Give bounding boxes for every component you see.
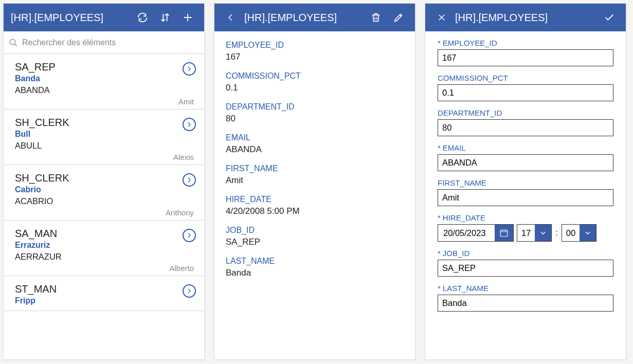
edit-field: FIRST_NAME	[438, 178, 613, 206]
sort-icon	[159, 12, 171, 23]
list-item-open-button[interactable]	[183, 229, 196, 242]
list-item-open-button[interactable]	[183, 118, 196, 131]
list-item-open-button[interactable]	[183, 173, 196, 187]
detail-field: EMAILABANDA	[226, 133, 404, 155]
edit-title: [HR].[EMPLOYEES]	[455, 12, 596, 24]
detail-field-value: 167	[226, 52, 404, 62]
edit-input[interactable]	[438, 260, 613, 277]
list-panel: [HR].[EMPLOYEES] SA_REPBandaABANDAAmitSH…	[3, 3, 205, 360]
calendar-button[interactable]	[495, 225, 513, 241]
close-icon	[437, 13, 446, 22]
chevron-right-icon	[186, 121, 192, 128]
detail-field-label: EMPLOYEE_ID	[226, 41, 404, 50]
chevron-right-icon	[186, 232, 192, 239]
edit-panel: [HR].[EMPLOYEES] *EMPLOYEE_IDCOMMISSION_…	[425, 3, 626, 360]
edit-field-label: DEPARTMENT_ID	[438, 108, 613, 117]
delete-button[interactable]	[367, 8, 385, 27]
search-icon	[9, 38, 18, 47]
list-item[interactable]: SH_CLERKCabrioACABRIOAnthony	[4, 165, 204, 221]
detail-field-value: 4/20/2008 5:00 PM	[226, 206, 404, 216]
edit-button[interactable]	[389, 8, 408, 27]
edit-field-label: FIRST_NAME	[438, 178, 613, 187]
detail-field-value: 0.1	[226, 83, 404, 93]
date-value: 20/05/2023	[438, 228, 495, 238]
detail-header: [HR].[EMPLOYEES]	[214, 4, 415, 31]
minute-select[interactable]: 00	[562, 224, 596, 242]
detail-field-value: 80	[226, 114, 404, 124]
list-item[interactable]: SA_MANErrazurizAERRAZURAlberto	[4, 221, 204, 276]
detail-field-label: FIRST_NAME	[226, 164, 404, 173]
detail-title: [HR].[EMPLOYEES]	[244, 12, 363, 24]
list-item-firstname: Anthony	[15, 208, 195, 217]
detail-field: COMMISSION_PCT0.1	[226, 71, 404, 93]
chevron-right-icon	[186, 288, 192, 294]
detail-field-label: DEPARTMENT_ID	[226, 102, 404, 112]
plus-icon	[182, 12, 193, 23]
list-item-job: SH_CLERK	[15, 172, 195, 184]
edit-header: [HR].[EMPLOYEES]	[425, 4, 626, 31]
edit-field-label: *JOB_ID	[438, 249, 613, 258]
cancel-button[interactable]	[432, 8, 451, 27]
svg-point-0	[10, 39, 15, 45]
minute-value: 00	[562, 228, 580, 238]
date-input[interactable]: 20/05/2023	[438, 224, 514, 242]
list-item-open-button[interactable]	[183, 62, 196, 76]
list-item-job: SH_CLERK	[15, 117, 195, 129]
hour-select[interactable]: 17	[517, 224, 552, 242]
edit-input[interactable]	[438, 154, 613, 171]
pencil-icon	[393, 12, 404, 23]
chevron-right-icon	[186, 66, 192, 72]
detail-field-value: Amit	[226, 175, 404, 186]
list-item-email: ACABRIO	[15, 196, 195, 206]
sort-button[interactable]	[156, 8, 174, 27]
detail-field-value: SA_REP	[226, 237, 404, 247]
hour-caret[interactable]	[535, 225, 551, 241]
edit-field: *HIRE_DATE20/05/202317:00	[438, 213, 613, 242]
calendar-icon	[499, 228, 509, 238]
list-item-lastname: Fripp	[15, 296, 195, 305]
search-input[interactable]	[22, 38, 199, 47]
list-item[interactable]: SH_CLERKBullABULLAlexis	[4, 110, 204, 165]
detail-field-label: LAST_NAME	[226, 257, 404, 266]
chevron-left-icon	[226, 13, 236, 22]
edit-field: *EMPLOYEE_ID	[438, 39, 613, 66]
check-icon	[604, 12, 615, 23]
list-item-open-button[interactable]	[183, 284, 196, 298]
list-item-firstname: Alberto	[15, 264, 195, 272]
list-header: [HR].[EMPLOYEES]	[4, 4, 204, 31]
add-button[interactable]	[178, 8, 197, 27]
edit-field: DEPARTMENT_ID	[438, 108, 613, 136]
detail-field-label: EMAIL	[226, 133, 404, 142]
list-item-lastname: Banda	[15, 74, 195, 83]
list: SA_REPBandaABANDAAmitSH_CLERKBullABULLAl…	[4, 54, 204, 359]
list-title: [HR].[EMPLOYEES]	[11, 12, 129, 24]
back-button[interactable]	[222, 8, 240, 27]
detail-body: EMPLOYEE_ID167COMMISSION_PCT0.1DEPARTMEN…	[214, 31, 415, 359]
detail-field-label: JOB_ID	[226, 226, 404, 235]
list-item-lastname: Errazuriz	[15, 241, 195, 250]
minute-caret[interactable]	[580, 225, 596, 241]
list-item-email: AERRAZUR	[15, 252, 195, 262]
list-item-email: ABULL	[15, 141, 195, 151]
confirm-button[interactable]	[600, 8, 619, 27]
detail-field: JOB_IDSA_REP	[226, 226, 404, 247]
detail-panel: [HR].[EMPLOYEES] EMPLOYEE_ID167COMMISSIO…	[214, 3, 415, 360]
chevron-down-icon	[539, 229, 547, 236]
list-item-email: ABANDA	[15, 85, 195, 95]
edit-input[interactable]	[438, 189, 613, 206]
edit-field: *EMAIL	[438, 143, 613, 171]
list-item[interactable]: ST_MANFripp	[4, 276, 204, 311]
edit-field-label: *EMAIL	[438, 143, 613, 152]
edit-input[interactable]	[438, 295, 613, 312]
refresh-button[interactable]	[133, 8, 152, 27]
trash-icon	[370, 12, 382, 23]
edit-input[interactable]	[438, 119, 613, 136]
edit-field-label: *LAST_NAME	[438, 284, 613, 293]
detail-field: DEPARTMENT_ID80	[226, 102, 404, 124]
list-item-lastname: Cabrio	[15, 185, 195, 194]
edit-input[interactable]	[438, 49, 613, 66]
detail-field: FIRST_NAMEAmit	[226, 164, 404, 186]
edit-field: *JOB_ID	[438, 249, 613, 277]
edit-input[interactable]	[438, 84, 613, 101]
list-item[interactable]: SA_REPBandaABANDAAmit	[4, 54, 204, 110]
